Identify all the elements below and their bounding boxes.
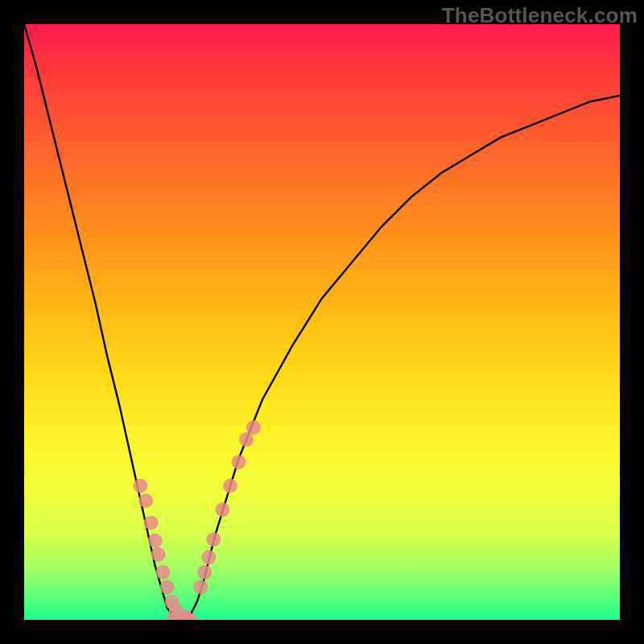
data-dot [138, 493, 153, 508]
data-dot [215, 502, 229, 517]
data-dot [144, 515, 159, 530]
data-dot [193, 580, 208, 594]
data-dot [246, 420, 261, 435]
data-dot [133, 479, 147, 493]
curve-layer [24, 24, 620, 620]
data-dot [148, 534, 163, 548]
chart-frame: TheBottleneck.com [0, 0, 644, 644]
data-dot [197, 565, 212, 580]
data-dot [155, 565, 170, 580]
data-dot [201, 550, 216, 564]
data-dot [223, 479, 237, 493]
v-curve [24, 24, 620, 620]
data-dot [206, 532, 221, 547]
watermark-text: TheBottleneck.com [442, 3, 638, 28]
plot-area [24, 24, 620, 620]
data-dot [231, 455, 246, 469]
data-dot [151, 547, 166, 562]
data-dot [160, 580, 175, 594]
